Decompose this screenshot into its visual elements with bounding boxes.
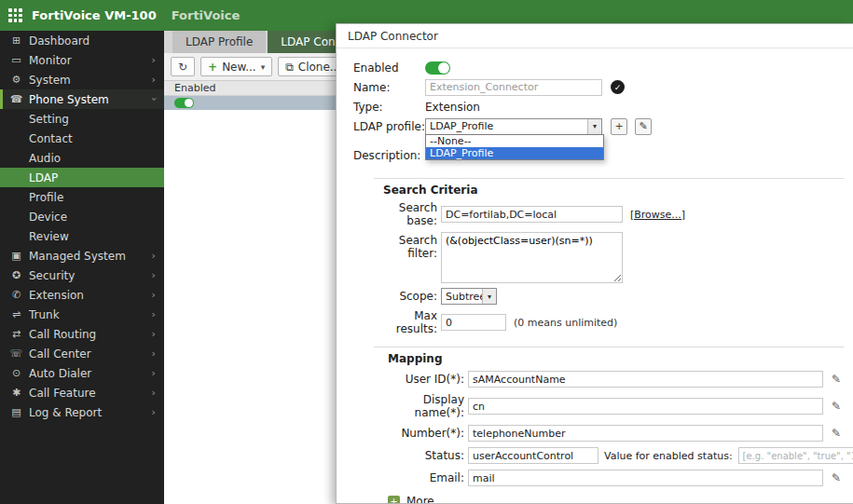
sidebar-item-call-center[interactable]: ☏ Call Center › xyxy=(0,344,164,363)
chevron-right-icon: › xyxy=(152,250,156,262)
search-filter-textarea[interactable]: (&(objectClass=user)(sn=*)) xyxy=(441,232,623,283)
ldap-profile-select[interactable]: LDAP_Profile ▾ xyxy=(425,118,602,135)
status-label: Status: xyxy=(374,449,464,462)
number-input[interactable] xyxy=(468,425,823,442)
email-label: Email: xyxy=(374,471,464,484)
phone-icon: ☎ xyxy=(8,93,24,105)
sidebar-item-label: Audio xyxy=(29,152,61,165)
type-row: Type: Extension xyxy=(353,97,853,116)
dropdown-option-none[interactable]: --None-- xyxy=(426,135,603,147)
max-results-label: Max results: xyxy=(374,309,437,335)
chevron-right-icon: › xyxy=(152,308,156,320)
monitor-icon: ▭ xyxy=(8,54,24,66)
enabled-row: Enabled xyxy=(353,58,853,77)
tab-ldap-profile[interactable]: LDAP Profile xyxy=(172,31,266,53)
clone-icon: ⧉ xyxy=(285,61,294,74)
user-id-input[interactable] xyxy=(468,371,823,388)
sidebar-item-managed-system[interactable]: ▣ Managed System › xyxy=(0,246,164,266)
display-name-label: Display name(*): xyxy=(374,393,464,419)
sidebar-item-label: Phone System xyxy=(29,93,109,106)
sidebar-item-label: Profile xyxy=(29,191,63,204)
sidebar-item-auto-dialer[interactable]: ⊙ Auto Dialer › xyxy=(0,363,164,383)
sidebar-item-security[interactable]: ✪ Security › xyxy=(0,266,164,285)
sidebar-item-setting[interactable]: Setting xyxy=(0,109,164,129)
sidebar-item-label: System xyxy=(29,74,71,87)
expand-plus-icon: + xyxy=(388,496,400,504)
name-label: Name: xyxy=(353,81,425,94)
column-header-enabled: Enabled xyxy=(174,82,215,94)
chevron-right-icon: › xyxy=(152,387,156,399)
call-center-icon: ☏ xyxy=(8,347,24,360)
search-filter-row: Search filter: (&(objectClass=user)(sn=*… xyxy=(374,232,844,283)
dropdown-option-ldap-profile[interactable]: LDAP_Profile xyxy=(426,147,603,159)
ldap-profile-add-button[interactable]: + xyxy=(611,118,627,135)
scope-row: Scope: Subtree ▾ xyxy=(374,288,844,305)
plus-icon: + xyxy=(208,61,217,74)
enabled-toggle[interactable] xyxy=(425,61,450,75)
sidebar-item-phone-system[interactable]: ☎ Phone System › xyxy=(0,89,164,109)
name-input[interactable] xyxy=(425,79,602,96)
sidebar-item-label: Device xyxy=(29,211,67,224)
scope-label: Scope: xyxy=(374,290,437,303)
sidebar-item-extension[interactable]: ✆ Extension › xyxy=(0,285,164,305)
type-label: Type: xyxy=(353,101,425,114)
sidebar-item-trunk[interactable]: ⇌ Trunk › xyxy=(0,305,164,324)
display-name-row: Display name(*): ✎ xyxy=(374,393,844,419)
extension-icon: ✆ xyxy=(8,289,24,301)
status-extra-input[interactable] xyxy=(738,447,853,464)
sidebar-item-label: Setting xyxy=(29,113,69,126)
sidebar-item-label: LDAP xyxy=(29,171,58,184)
max-results-input[interactable] xyxy=(441,314,506,331)
search-base-input[interactable] xyxy=(441,206,623,223)
more-label: More xyxy=(406,495,434,503)
browse-link[interactable]: [Browse...] xyxy=(630,209,685,221)
sidebar-item-system[interactable]: ⚙ System › xyxy=(0,70,164,89)
email-input[interactable] xyxy=(468,470,823,486)
caret-down-icon: ▾ xyxy=(261,62,266,72)
sidebar-item-label: Extension xyxy=(29,289,84,302)
display-name-input[interactable] xyxy=(468,398,823,415)
refresh-button[interactable]: ↻ xyxy=(171,57,195,76)
sidebar-item-log-report[interactable]: ▤ Log & Report › xyxy=(0,402,164,422)
user-id-row: User ID(*): ✎ xyxy=(374,371,844,388)
email-row: Email: ✎ xyxy=(374,470,844,486)
sidebar-item-label: Call Feature xyxy=(29,387,96,400)
chevron-right-icon: › xyxy=(152,347,156,360)
new-button-label: New... xyxy=(222,61,256,74)
name-valid-icon: ✓ xyxy=(611,80,625,94)
sidebar-item-contact[interactable]: Contact xyxy=(0,129,164,148)
name-row: Name: ✓ xyxy=(353,77,853,97)
ldap-profile-edit-button[interactable]: ✎ xyxy=(635,118,652,135)
sidebar-item-device[interactable]: Device xyxy=(0,207,164,226)
max-results-row: Max results: (0 means unlimited) xyxy=(374,309,844,335)
status-input[interactable] xyxy=(468,447,598,464)
edit-icon[interactable]: ✎ xyxy=(829,400,844,413)
sidebar-item-call-routing[interactable]: ⇄ Call Routing › xyxy=(0,324,164,344)
edit-icon[interactable]: ✎ xyxy=(829,471,844,484)
sidebar-item-ldap[interactable]: LDAP xyxy=(0,168,164,187)
edit-icon[interactable]: ✎ xyxy=(829,373,844,386)
panel-title: LDAP Connector xyxy=(337,24,853,48)
number-label: Number(*): xyxy=(374,427,464,440)
ldap-profile-row: LDAP profile: LDAP_Profile ▾ + ✎ xyxy=(353,116,853,136)
ldap-profile-selected-value: LDAP_Profile xyxy=(426,120,587,132)
scope-selected-value: Subtree xyxy=(442,291,482,303)
scope-select[interactable]: Subtree ▾ xyxy=(441,288,497,305)
new-button[interactable]: + New... ▾ xyxy=(200,57,272,76)
sidebar-item-monitor[interactable]: ▭ Monitor › xyxy=(0,50,164,70)
sidebar-item-dashboard[interactable]: ⊞ Dashboard xyxy=(0,31,164,50)
edit-icon[interactable]: ✎ xyxy=(829,427,844,440)
app-grid-icon[interactable] xyxy=(8,8,22,22)
sidebar-item-call-feature[interactable]: ✱ Call Feature › xyxy=(0,383,164,402)
enabled-label: Enabled xyxy=(353,61,425,75)
gear-icon: ⚙ xyxy=(8,74,24,86)
search-base-row: Search base: [Browse...] xyxy=(374,201,844,227)
sidebar-item-profile[interactable]: Profile xyxy=(0,187,164,207)
max-results-note: (0 means unlimited) xyxy=(514,317,617,329)
more-expander[interactable]: + More xyxy=(388,495,844,503)
row-enabled-toggle[interactable] xyxy=(174,98,194,108)
sidebar-item-audio[interactable]: Audio xyxy=(0,148,164,168)
type-value: Extension xyxy=(425,101,480,114)
caret-down-icon: ▾ xyxy=(587,119,601,134)
sidebar-item-review[interactable]: Review xyxy=(0,226,164,246)
